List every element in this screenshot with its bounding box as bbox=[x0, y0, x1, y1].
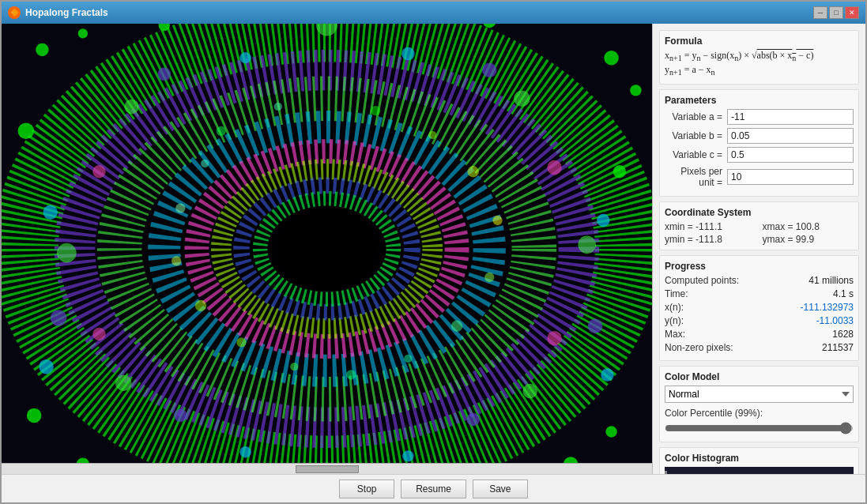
scrollbar-thumb-h[interactable] bbox=[296, 465, 359, 473]
svg-point-60 bbox=[346, 370, 356, 379]
color-model-title: Color Model bbox=[665, 371, 854, 382]
variable-a-input[interactable] bbox=[727, 109, 854, 125]
window-controls: ─ □ ✕ bbox=[813, 6, 859, 19]
svg-point-57 bbox=[484, 273, 494, 282]
nonzero-row: Non-zero pixels: 211537 bbox=[665, 342, 854, 353]
svg-rect-67 bbox=[665, 467, 854, 474]
main-window: 🔶 Hopalong Fractals ─ □ ✕ bbox=[0, 0, 867, 504]
histogram-section: Color Histogram Max bbox=[659, 447, 859, 474]
xn-row: x(n): -111.132973 bbox=[665, 302, 854, 313]
horizontal-scrollbar[interactable] bbox=[2, 463, 652, 474]
formula-section: Formula xn+1 = yn − sign(xn) × √abs(b × … bbox=[659, 30, 859, 85]
percentile-slider-container bbox=[665, 422, 854, 437]
svg-point-64 bbox=[172, 256, 181, 265]
parameters-title: Parameters bbox=[665, 95, 854, 106]
progress-section: Progress Computed points: 41 millions Ti… bbox=[659, 255, 859, 361]
formula-line1: xn+1 = yn − sign(xn) × √abs(b × xn − c) bbox=[665, 50, 854, 62]
svg-point-55 bbox=[467, 166, 478, 177]
variable-c-label: Variable c = bbox=[665, 149, 727, 160]
fractal-visualization bbox=[2, 24, 652, 474]
svg-point-54 bbox=[428, 131, 436, 139]
nonzero-label: Non-zero pixels: bbox=[665, 342, 733, 353]
yn-label: y(n): bbox=[665, 315, 684, 326]
title-bar: 🔶 Hopalong Fractals ─ □ ✕ bbox=[2, 2, 865, 24]
variable-a-row: Variable a = bbox=[665, 109, 854, 125]
stop-button[interactable]: Stop bbox=[339, 480, 394, 498]
svg-point-51 bbox=[217, 126, 226, 136]
svg-point-62 bbox=[236, 337, 246, 347]
histogram-title: Color Histogram bbox=[665, 453, 854, 464]
svg-point-58 bbox=[451, 321, 462, 332]
computed-points-row: Computed points: 41 millions bbox=[665, 275, 854, 286]
pixels-per-unit-input[interactable] bbox=[727, 169, 854, 185]
coordinate-title: Coordinate System bbox=[665, 207, 854, 218]
fractal-canvas-area[interactable] bbox=[2, 24, 652, 474]
pixels-per-unit-row: Pixels per unit = bbox=[665, 166, 854, 188]
formula-line2: yn+1 = a − xn bbox=[665, 64, 854, 77]
parameters-section: Parameters Variable a = Variable b = Var… bbox=[659, 89, 859, 197]
resume-button[interactable]: Resume bbox=[401, 480, 466, 498]
svg-rect-68 bbox=[665, 471, 667, 474]
percentile-slider[interactable] bbox=[665, 422, 854, 434]
svg-point-53 bbox=[371, 106, 380, 115]
color-model-section: Color Model Normal Rainbow Heat Grayscal… bbox=[659, 366, 859, 442]
ymax-value: ymax = 99.9 bbox=[763, 234, 854, 245]
histogram-svg bbox=[665, 467, 854, 474]
coordinate-section: Coordinate System xmin = -111.1 xmax = 1… bbox=[659, 201, 859, 250]
window-title: Hopalong Fractals bbox=[25, 7, 809, 18]
svg-point-52 bbox=[274, 103, 282, 111]
variable-c-row: Variable c = bbox=[665, 147, 854, 163]
svg-rect-50 bbox=[2, 24, 652, 474]
minimize-button[interactable]: ─ bbox=[813, 6, 827, 19]
max-value: 1628 bbox=[832, 329, 854, 340]
svg-point-59 bbox=[404, 355, 412, 363]
nonzero-value: 211537 bbox=[822, 342, 854, 353]
color-model-dropdown[interactable]: Normal Rainbow Heat Grayscale bbox=[665, 386, 854, 403]
variable-b-row: Variable b = bbox=[665, 128, 854, 144]
svg-point-63 bbox=[195, 300, 206, 311]
ymin-value: ymin = -111.8 bbox=[665, 234, 756, 245]
max-row: Max: 1628 bbox=[665, 329, 854, 340]
formula-title: Formula bbox=[665, 36, 854, 47]
computed-points-label: Computed points: bbox=[665, 275, 739, 286]
svg-point-61 bbox=[290, 363, 298, 370]
yn-value: -11.0033 bbox=[816, 315, 854, 326]
time-label: Time: bbox=[665, 288, 688, 299]
xn-label: x(n): bbox=[665, 302, 684, 313]
histogram-canvas: Max bbox=[665, 467, 854, 474]
app-icon: 🔶 bbox=[8, 6, 21, 19]
xn-value: -111.132973 bbox=[801, 302, 854, 313]
xmin-value: xmin = -111.1 bbox=[665, 221, 756, 232]
time-row: Time: 4.1 s bbox=[665, 288, 854, 299]
right-panel: Formula xn+1 = yn − sign(xn) × √abs(b × … bbox=[652, 24, 865, 474]
variable-c-input[interactable] bbox=[727, 147, 854, 163]
svg-point-66 bbox=[201, 160, 209, 167]
xmax-value: xmax = 100.8 bbox=[763, 221, 854, 232]
max-label: Max: bbox=[665, 329, 685, 340]
bottom-button-bar: Stop Resume Save bbox=[2, 474, 865, 502]
pixels-per-unit-label: Pixels per unit = bbox=[665, 166, 727, 188]
computed-points-value: 41 millions bbox=[809, 275, 854, 286]
yn-row: y(n): -11.0033 bbox=[665, 315, 854, 326]
variable-b-input[interactable] bbox=[727, 128, 854, 144]
progress-title: Progress bbox=[665, 261, 854, 272]
save-button[interactable]: Save bbox=[473, 480, 528, 498]
coordinate-grid: xmin = -111.1 xmax = 100.8 ymin = -111.8… bbox=[665, 221, 854, 245]
main-content: Formula xn+1 = yn − sign(xn) × √abs(b × … bbox=[2, 24, 865, 474]
variable-b-label: Variable b = bbox=[665, 130, 727, 141]
variable-a-label: Variable a = bbox=[665, 111, 727, 122]
svg-point-56 bbox=[492, 216, 502, 225]
time-value: 4.1 s bbox=[833, 288, 854, 299]
percentile-label: Color Percentile (99%): bbox=[665, 408, 854, 419]
close-button[interactable]: ✕ bbox=[845, 6, 859, 19]
svg-point-65 bbox=[175, 203, 185, 213]
maximize-button[interactable]: □ bbox=[829, 6, 843, 19]
